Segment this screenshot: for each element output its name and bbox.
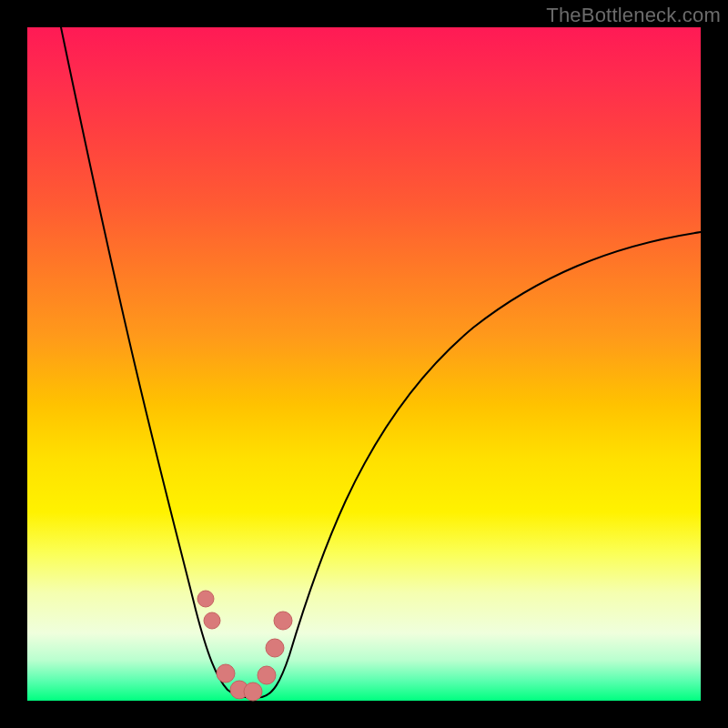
marker-dot (258, 666, 276, 684)
watermark-text: TheBottleneck.com (546, 4, 721, 27)
plot-area (27, 27, 701, 701)
bottleneck-curve (61, 27, 701, 698)
chart-frame: TheBottleneck.com (0, 0, 728, 728)
marker-dot (244, 682, 262, 701)
marker-dot (204, 612, 220, 629)
marker-dot (274, 612, 292, 630)
marker-dot (197, 591, 214, 607)
marker-dot (217, 664, 235, 682)
curve-svg (27, 27, 701, 701)
marker-dot (266, 639, 284, 657)
